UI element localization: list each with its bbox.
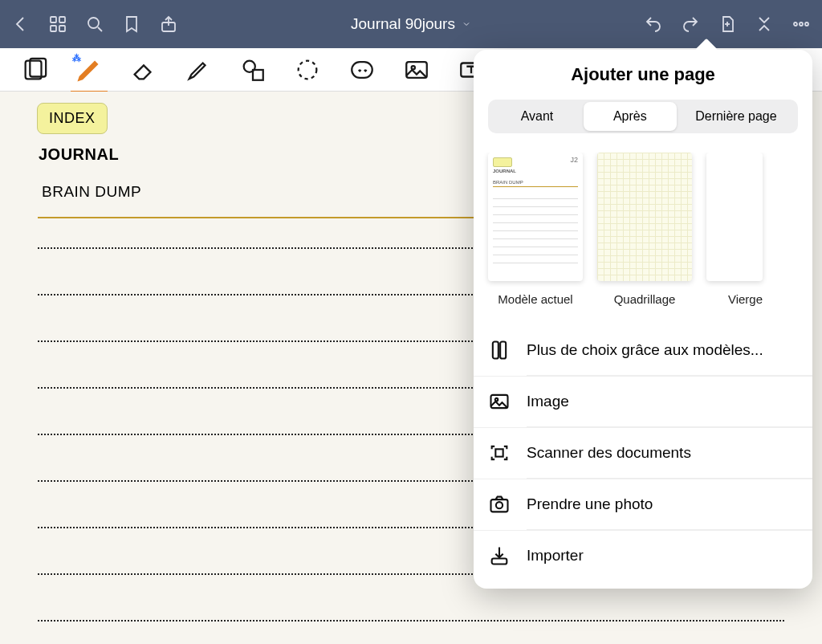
action-image[interactable]: Image <box>474 376 812 426</box>
share-icon[interactable] <box>159 14 178 34</box>
add-page-actions: Plus de choix grâce aux modèles... Image… <box>474 325 812 581</box>
bluetooth-badge-icon: ⁂ <box>72 53 81 63</box>
template-blank-thumb <box>706 153 763 281</box>
template-page-badge: J2 <box>570 156 578 164</box>
position-segmented-control: Avant Après Dernière page <box>488 100 798 133</box>
redo-icon[interactable] <box>681 14 700 34</box>
svg-line-5 <box>98 27 102 31</box>
top-nav-bar: Journal 90jours <box>0 0 822 48</box>
template-grid-thumb <box>597 153 692 281</box>
camera-icon <box>488 493 511 516</box>
action-import[interactable]: Importer <box>474 530 812 581</box>
search-icon[interactable] <box>85 14 104 34</box>
eraser-tool-icon[interactable] <box>130 56 157 84</box>
scan-icon <box>488 442 511 464</box>
view-tool-icon[interactable] <box>21 56 48 84</box>
action-import-label: Importer <box>527 547 584 565</box>
document-title-button[interactable]: Journal 90jours <box>351 15 471 33</box>
shapes-tool-icon[interactable] <box>239 56 267 84</box>
add-page-popover: Ajouter une page Avant Après Dernière pa… <box>474 50 812 589</box>
image-tool-icon[interactable] <box>403 56 430 84</box>
highlighter-tool-icon[interactable] <box>185 56 212 84</box>
svg-point-10 <box>800 22 803 26</box>
pen-tool-icon[interactable]: ⁂ <box>75 56 103 84</box>
svg-rect-17 <box>352 62 372 78</box>
image-icon <box>488 390 511 413</box>
action-scan[interactable]: Scanner des documents <box>474 427 812 478</box>
svg-point-9 <box>794 22 797 26</box>
bookmark-icon[interactable] <box>122 14 141 34</box>
back-icon[interactable] <box>11 14 31 34</box>
svg-point-11 <box>805 22 808 26</box>
collapse-icon[interactable] <box>755 14 774 34</box>
svg-rect-22 <box>500 342 506 359</box>
undo-icon[interactable] <box>644 14 663 34</box>
add-page-icon[interactable] <box>718 14 737 34</box>
svg-rect-2 <box>51 26 56 31</box>
segment-before[interactable]: Avant <box>490 102 584 131</box>
document-title: Journal 90jours <box>351 15 455 33</box>
svg-rect-0 <box>51 17 56 22</box>
svg-point-4 <box>88 18 99 28</box>
template-current-thumb: J2 JOURNALBRAIN DUMP <box>488 153 583 281</box>
template-grid[interactable]: Quadrillage <box>597 153 692 306</box>
svg-rect-28 <box>492 559 507 565</box>
ruled-line <box>38 620 784 622</box>
import-icon <box>488 544 511 567</box>
template-row: J2 JOURNALBRAIN DUMP Modèle actuel Quadr… <box>474 153 812 314</box>
template-blank[interactable]: Vierge <box>706 153 763 306</box>
template-current-label: Modèle actuel <box>498 292 572 306</box>
svg-rect-3 <box>59 26 65 31</box>
action-photo[interactable]: Prendre une photo <box>474 479 812 529</box>
svg-point-16 <box>299 60 317 79</box>
svg-point-27 <box>496 502 503 508</box>
more-icon[interactable] <box>791 14 811 34</box>
segment-after[interactable]: Après <box>584 102 677 131</box>
svg-rect-21 <box>493 342 498 359</box>
sticker-tool-icon[interactable] <box>348 56 376 84</box>
index-tab[interactable]: INDEX <box>37 103 108 134</box>
svg-rect-15 <box>253 70 263 80</box>
template-blank-label: Vierge <box>728 292 763 306</box>
action-more-templates[interactable]: Plus de choix grâce aux modèles... <box>474 325 812 375</box>
template-current[interactable]: J2 JOURNALBRAIN DUMP Modèle actuel <box>488 153 583 306</box>
action-scan-label: Scanner des documents <box>527 444 691 462</box>
chevron-down-icon <box>462 19 471 29</box>
action-image-label: Image <box>527 393 569 410</box>
templates-icon <box>488 339 511 361</box>
segment-last-page[interactable]: Dernière page <box>677 102 796 131</box>
svg-rect-1 <box>59 17 65 22</box>
grid-view-icon[interactable] <box>48 14 67 34</box>
lasso-tool-icon[interactable] <box>294 56 321 84</box>
popover-title: Ajouter une page <box>474 64 812 85</box>
action-more-templates-label: Plus de choix grâce aux modèles... <box>527 341 763 359</box>
template-grid-label: Quadrillage <box>614 292 676 306</box>
svg-rect-25 <box>495 449 503 456</box>
action-photo-label: Prendre une photo <box>527 495 653 513</box>
